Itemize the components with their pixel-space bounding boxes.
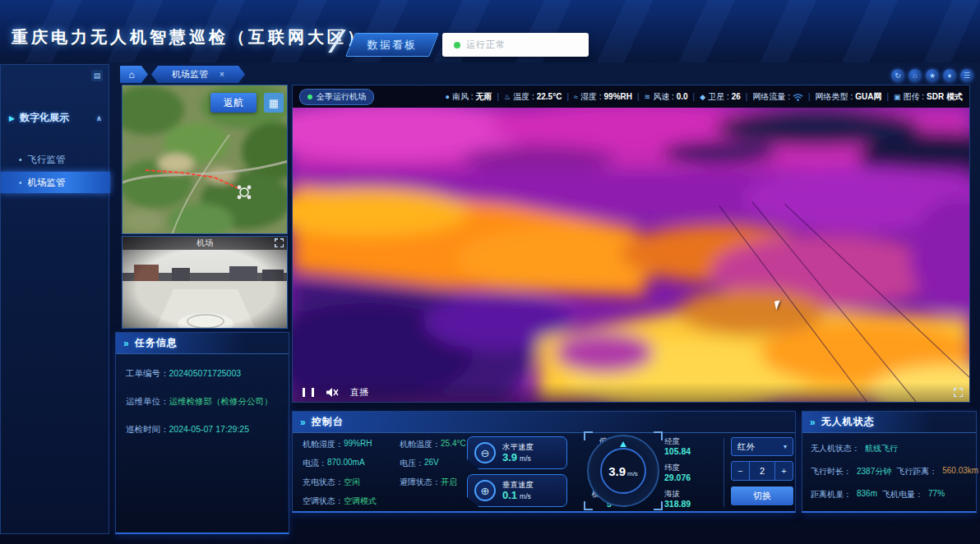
top-icon-bar: ↻ ⌂ ★ ♦ ☰ xyxy=(891,69,973,82)
map-panel[interactable]: 返航 ▦ xyxy=(122,85,288,234)
vertical-speed-icon: ⊕ xyxy=(474,480,496,501)
camera-action-label: 切换 xyxy=(753,490,771,502)
refresh-icon[interactable]: ↻ xyxy=(891,69,904,82)
camera-action-button[interactable]: 切换 xyxy=(731,486,793,505)
transmission-mode-item: ▣图传 :SDR 模式 xyxy=(894,91,963,103)
home-icon[interactable]: ⌂ xyxy=(908,69,922,82)
green-status-dot-icon xyxy=(454,42,460,48)
satellite-item: ◆卫星 :26 xyxy=(700,91,741,103)
work-order-label: 工单编号： xyxy=(126,367,169,379)
double-chevron-icon: » xyxy=(300,417,306,428)
zoom-value: 2 xyxy=(749,462,775,480)
humidity-item: ≈湿度 :99%RH xyxy=(574,91,632,103)
apps-icon[interactable]: ♦ xyxy=(943,69,956,82)
pause-icon[interactable] xyxy=(303,388,314,397)
drone-status-title: 无人机状态 xyxy=(821,415,875,429)
maintenance-unit-label: 运维单位： xyxy=(126,395,169,407)
sidebar: ▤ ▶ 数字化展示 ∧ • 飞行监管 • 机场监管 xyxy=(0,64,109,534)
gauge-speed-value: 3.9m/s xyxy=(589,436,658,505)
zoom-plus-button[interactable]: + xyxy=(775,462,793,480)
double-chevron-icon: » xyxy=(810,417,816,428)
chevron-down-icon: ▾ xyxy=(784,443,787,450)
status-toast[interactable]: 运行正常 xyxy=(442,33,589,57)
video-controls-bar: 直播 xyxy=(293,382,969,402)
airport-status-badge: 全季运行机场 xyxy=(299,89,374,105)
chevron-up-icon: ∧ xyxy=(96,114,102,122)
horizontal-speed-icon: ⊖ xyxy=(474,442,496,463)
task-row-maintenance-unit: 运维单位： 运维检修部（检修分公司） xyxy=(126,395,289,407)
inspection-time-value: 2024-05-07 17:29:25 xyxy=(169,423,250,435)
fullscreen-icon[interactable] xyxy=(954,388,963,397)
camera-title: 机场 xyxy=(196,237,213,249)
airport-camera-feed xyxy=(122,237,288,329)
breadcrumb-home-button[interactable]: ⌂ xyxy=(120,66,148,83)
drone-status-panel: » 无人机状态 无人机状态：航线飞行 飞行时长：2387分钟 飞行距离：560.… xyxy=(802,411,977,513)
thermal-video-panel[interactable]: 全季运行机场 ●南风 :无雨 | ♨温度 :22.5°C | ≈湿度 :99%R… xyxy=(292,85,970,403)
thermal-image xyxy=(293,108,969,402)
muted-speaker-icon[interactable] xyxy=(326,387,339,398)
ac-state: 空调状态：空调模式 xyxy=(303,496,400,514)
sidebar-item-flight-monitor[interactable]: • 飞行监管 xyxy=(1,149,110,170)
zoom-stepper: − 2 + xyxy=(731,461,793,481)
wind-speed-item: ≋风速 :0.0 xyxy=(645,91,688,103)
divider: | xyxy=(637,92,640,101)
status-toast-label: 运行正常 xyxy=(466,39,506,51)
sidebar-group-digital-display[interactable]: ▶ 数字化展示 ∧ xyxy=(9,111,102,125)
sidebar-group-label: 数字化展示 xyxy=(20,111,69,125)
green-status-dot-icon xyxy=(307,95,312,99)
airport-status-badge-label: 全季运行机场 xyxy=(317,91,366,103)
console-panel: » 控制台 机舱湿度：99%RH 机舱温度：25.4°C 电流：870.00mA… xyxy=(292,411,796,513)
console-title: 控制台 xyxy=(312,415,344,429)
satellite-icon: ◆ xyxy=(700,93,705,101)
app-title: 重庆电力无人机智慧巡检（互联网大区） xyxy=(12,26,367,48)
transmission-icon: ▣ xyxy=(894,93,901,101)
inspection-time-label: 巡检时间： xyxy=(126,423,169,435)
humidity-icon: ≈ xyxy=(574,93,578,101)
vertical-speed-box: ⊕ 垂直速度 0.1m/s xyxy=(467,474,567,507)
telemetry-items: ●南风 :无雨 | ♨温度 :22.5°C | ≈湿度 :99%RH | ≋风速… xyxy=(445,91,969,103)
airport-camera-panel[interactable]: 机场 xyxy=(122,236,288,329)
fullscreen-icon[interactable] xyxy=(275,238,284,247)
zoom-minus-button[interactable]: − xyxy=(732,462,749,480)
tab-data-dashboard-label: 数据看板 xyxy=(368,38,417,53)
sidebar-collapse-icon[interactable]: ▤ xyxy=(91,70,103,81)
camera-mode-select[interactable]: 红外 ▾ xyxy=(731,437,793,456)
menu-icon[interactable]: ☰ xyxy=(960,69,973,82)
telemetry-status-bar: 全季运行机场 ●南风 :无雨 | ♨温度 :22.5°C | ≈湿度 :99%R… xyxy=(293,85,969,108)
task-info-header: » 任务信息 xyxy=(116,333,289,354)
sidebar-item-airport-monitor[interactable]: • 机场监管 xyxy=(1,172,110,193)
network-type-item: 网络类型 :GUA网 xyxy=(816,91,882,103)
home-icon: ⌂ xyxy=(128,69,134,81)
favorite-icon[interactable]: ★ xyxy=(926,69,939,82)
drone-state-row: 无人机状态：航线飞行 xyxy=(811,443,976,454)
map-layers-icon[interactable]: ▦ xyxy=(264,93,284,113)
horizontal-speed-value: 3.9m/s xyxy=(502,452,534,464)
tab-data-dashboard[interactable]: 数据看板 xyxy=(345,33,439,57)
breadcrumb-tab-airport-monitor[interactable]: 机场监管 × xyxy=(151,66,245,83)
double-chevron-icon: » xyxy=(123,338,129,349)
divider: | xyxy=(746,92,748,101)
work-order-value: 202405071725003 xyxy=(169,367,242,379)
camera-title-bar: 机场 xyxy=(122,237,287,250)
charge-state: 充电状态：空闲 xyxy=(303,477,400,496)
close-icon[interactable]: × xyxy=(220,70,224,79)
network-traffic-item: 网络流量 : xyxy=(752,91,803,103)
drone-status-header: » 无人机状态 xyxy=(802,412,976,433)
wind-icon: ≋ xyxy=(645,93,651,101)
live-label: 直播 xyxy=(350,386,368,399)
wifi-icon xyxy=(793,93,803,101)
speed-compass-gauge: 3.9m/s xyxy=(587,435,659,507)
return-home-button[interactable]: 返航 xyxy=(210,93,257,113)
divider: | xyxy=(886,92,889,101)
task-info-title: 任务信息 xyxy=(135,336,178,350)
divider: | xyxy=(808,92,811,101)
bullet-icon: • xyxy=(19,178,22,187)
wind-direction-item: ●南风 :无雨 xyxy=(445,91,492,103)
horizontal-speed-box: ⊖ 水平速度 3.9m/s xyxy=(467,436,567,469)
vertical-divider xyxy=(723,438,724,507)
flight-time-distance-row: 飞行时长：2387分钟 飞行距离：560.03km xyxy=(811,466,976,477)
header-banner: 重庆电力无人机智慧巡检（互联网大区） 数据看板 运行正常 xyxy=(0,0,980,62)
return-home-label: 返航 xyxy=(224,96,243,110)
divider: | xyxy=(566,92,569,101)
dock-stats-grid: 机舱湿度：99%RH 机舱温度：25.4°C 电流：870.00mA 电压：26… xyxy=(303,439,490,514)
